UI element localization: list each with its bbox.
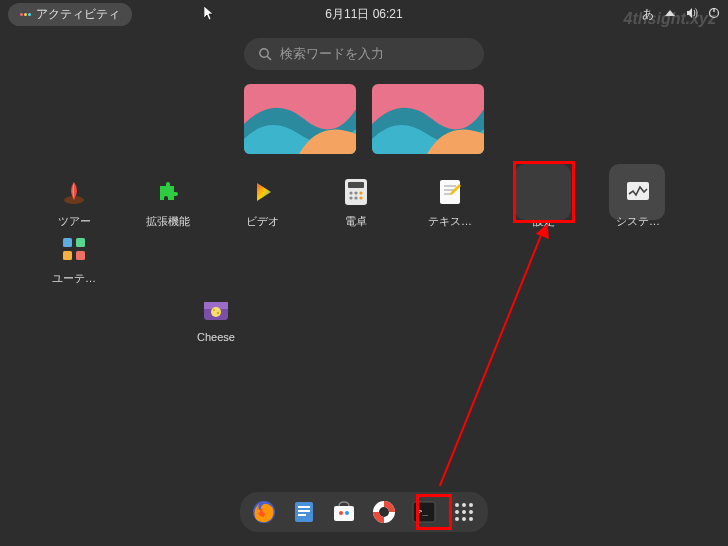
dock-firefox[interactable] [250, 498, 278, 526]
workspace-1[interactable] [244, 84, 356, 154]
app-label: 電卓 [326, 214, 386, 229]
svg-point-54 [455, 510, 459, 514]
dock-software[interactable] [330, 498, 358, 526]
svg-point-51 [455, 503, 459, 507]
svg-rect-32 [63, 251, 72, 260]
svg-rect-30 [63, 238, 72, 247]
clock[interactable]: 6月11日 06:21 [325, 6, 402, 23]
svg-rect-31 [76, 238, 85, 247]
svg-rect-44 [334, 506, 354, 521]
svg-point-46 [345, 511, 349, 515]
app-label: ユーテ… [44, 271, 104, 286]
calculator-icon [340, 176, 372, 208]
svg-point-13 [354, 196, 357, 199]
app-grid: ツアー 拡張機能 ビデオ 電卓 テキス… 設定 システ… [44, 172, 684, 343]
workspace-2[interactable] [372, 84, 484, 154]
search-placeholder: 検索ワードを入力 [280, 45, 384, 63]
app-utilities-folder[interactable]: ユーテ… [44, 229, 104, 343]
app-calculator[interactable]: 電卓 [326, 172, 386, 229]
search-bar[interactable]: 検索ワードを入力 [244, 38, 484, 70]
system-tray[interactable]: あ [642, 6, 720, 23]
svg-point-38 [217, 312, 219, 314]
cheese-icon [200, 293, 232, 325]
lifebuoy-icon [371, 499, 397, 525]
svg-line-3 [267, 56, 271, 60]
svg-point-53 [469, 503, 473, 507]
dock-help[interactable] [370, 498, 398, 526]
top-bar: アクティビティ 6月11日 06:21 あ [0, 0, 728, 28]
svg-rect-33 [76, 251, 85, 260]
utilities-folder-icon [58, 233, 90, 265]
svg-rect-41 [298, 506, 310, 508]
activities-dots-icon [20, 13, 31, 16]
app-label: Cheese [186, 331, 246, 343]
svg-point-48 [379, 507, 389, 517]
grid-icon [453, 501, 475, 523]
shopping-bag-icon [331, 501, 357, 523]
play-icon [246, 176, 278, 208]
network-icon[interactable] [664, 7, 676, 22]
system-monitor-icon [622, 176, 654, 208]
svg-point-36 [211, 307, 221, 317]
svg-point-12 [349, 196, 352, 199]
app-cheese[interactable]: Cheese [186, 289, 246, 343]
app-label: ツアー [44, 214, 104, 229]
svg-point-56 [469, 510, 473, 514]
svg-point-52 [462, 503, 466, 507]
terminal-icon: >_ [412, 501, 436, 523]
app-text-editor[interactable]: テキス… [420, 172, 480, 229]
svg-point-45 [339, 511, 343, 515]
volume-icon[interactable] [686, 7, 698, 22]
svg-point-55 [462, 510, 466, 514]
app-videos[interactable]: ビデオ [232, 172, 292, 229]
activities-button[interactable]: アクティビティ [8, 3, 132, 26]
activities-label: アクティビティ [36, 6, 120, 23]
svg-point-2 [260, 49, 268, 57]
app-label: 拡張機能 [138, 214, 198, 229]
svg-point-11 [359, 191, 362, 194]
svg-point-57 [455, 517, 459, 521]
text-editor-icon [434, 176, 466, 208]
svg-rect-15 [440, 180, 460, 204]
svg-text:>_: >_ [417, 506, 428, 516]
dock-files[interactable] [290, 498, 318, 526]
svg-point-14 [359, 196, 362, 199]
svg-point-59 [469, 517, 473, 521]
svg-rect-43 [298, 514, 306, 516]
app-extensions[interactable]: 拡張機能 [138, 172, 198, 229]
svg-point-9 [349, 191, 352, 194]
svg-rect-42 [298, 510, 310, 512]
files-icon [293, 500, 315, 524]
dock-terminal[interactable]: >_ [410, 498, 438, 526]
dock: >_ [240, 492, 488, 532]
input-method-indicator[interactable]: あ [642, 6, 654, 23]
tour-icon [58, 176, 90, 208]
app-label: システ… [608, 214, 668, 229]
app-label: テキス… [420, 214, 480, 229]
app-system-folder[interactable]: システ… [608, 172, 668, 229]
search-icon [258, 47, 272, 61]
app-label: ビデオ [232, 214, 292, 229]
dock-show-apps[interactable] [450, 498, 478, 526]
workspace-switcher [0, 84, 728, 154]
firefox-icon [251, 499, 277, 525]
svg-point-58 [462, 517, 466, 521]
power-icon[interactable] [708, 7, 720, 22]
svg-point-37 [213, 309, 215, 311]
svg-rect-8 [348, 182, 364, 188]
svg-point-10 [354, 191, 357, 194]
app-tour[interactable]: ツアー [44, 172, 104, 229]
puzzle-icon [152, 176, 184, 208]
